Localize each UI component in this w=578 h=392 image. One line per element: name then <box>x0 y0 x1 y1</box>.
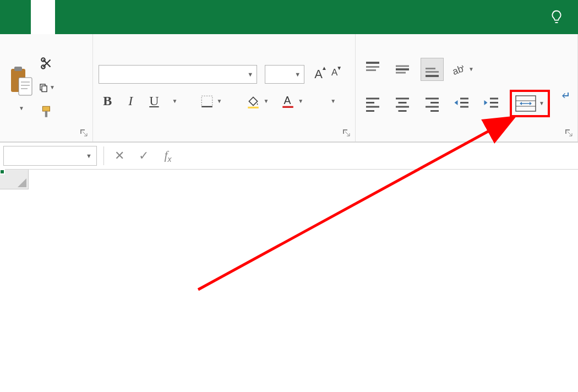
selection-fill-handle[interactable] <box>0 169 5 175</box>
merge-center-button[interactable]: ▼ <box>515 95 544 112</box>
ribbon-group-clipboard: ▼ ▼ <box>0 34 93 141</box>
name-box[interactable]: ▼ <box>3 146 97 166</box>
insert-function-button[interactable]: fx <box>156 144 180 168</box>
align-bottom-button[interactable] <box>421 58 444 81</box>
paste-dropdown[interactable]: ▼ <box>19 105 24 111</box>
copy-button[interactable]: ▼ <box>39 79 55 96</box>
formula-input[interactable] <box>180 143 578 169</box>
decrease-font-button[interactable]: A▼ <box>329 66 340 83</box>
svg-rect-17 <box>283 106 294 107</box>
font-size-combo[interactable]: ▼ <box>265 65 304 84</box>
borders-button[interactable]: ▼ <box>198 93 225 110</box>
orientation-button[interactable]: ab ▼ <box>450 62 474 77</box>
selection-outline <box>0 170 3 173</box>
formula-cancel-button[interactable]: ✕ <box>107 144 132 168</box>
svg-rect-13 <box>201 96 212 107</box>
bold-button[interactable]: B <box>99 92 116 110</box>
cut-button[interactable] <box>39 55 55 72</box>
formula-enter-button[interactable]: ✓ <box>132 144 156 168</box>
align-center-button[interactable] <box>391 92 414 115</box>
align-top-button[interactable] <box>361 58 384 81</box>
tab-formulas[interactable] <box>103 0 128 34</box>
svg-rect-15 <box>248 106 259 108</box>
chevron-down-icon: ▼ <box>295 71 301 78</box>
spreadsheet-grid <box>0 170 578 392</box>
italic-button[interactable]: I <box>124 92 137 110</box>
wrap-text-button[interactable] <box>558 77 572 98</box>
underline-button[interactable]: U <box>145 92 163 110</box>
tab-insert[interactable] <box>55 0 79 34</box>
align-middle-button[interactable] <box>391 58 414 81</box>
increase-font-button[interactable]: A▲ <box>312 66 325 83</box>
tab-review[interactable] <box>152 0 176 34</box>
tab-file[interactable] <box>0 0 31 34</box>
tab-help[interactable] <box>200 0 225 34</box>
svg-text:ab: ab <box>451 63 465 77</box>
font-group-label <box>99 135 350 138</box>
clipboard-group-label <box>6 135 87 138</box>
svg-rect-11 <box>42 106 50 111</box>
svg-rect-10 <box>42 85 47 91</box>
formula-bar: ▼ ✕ ✓ fx <box>0 142 578 170</box>
paste-button[interactable] <box>6 63 36 99</box>
tab-view[interactable] <box>176 0 200 34</box>
decrease-indent-button[interactable] <box>450 92 473 115</box>
alignment-group-label <box>361 135 572 138</box>
phonetic-guide-button[interactable]: ▼ <box>325 97 338 105</box>
chevron-down-icon[interactable]: ▼ <box>86 153 92 159</box>
svg-rect-3 <box>19 78 32 95</box>
svg-text:A: A <box>284 94 291 106</box>
clipboard-dialog-launcher[interactable] <box>79 128 88 137</box>
tab-page-layout[interactable] <box>79 0 103 34</box>
tab-data[interactable] <box>128 0 152 34</box>
font-name-combo[interactable]: ▼ <box>99 65 257 84</box>
increase-indent-button[interactable] <box>480 92 503 115</box>
font-color-button[interactable]: A ▼ <box>279 93 306 110</box>
separator <box>103 146 104 165</box>
ribbon-group-font: ▼ ▼ A▲ A▼ B I U ▼ <box>93 34 356 141</box>
merge-center-highlight: ▼ <box>510 90 550 117</box>
chevron-down-icon: ▼ <box>247 71 253 78</box>
fill-color-button[interactable]: ▼ <box>244 93 271 110</box>
tell-me-icon[interactable] <box>535 0 578 34</box>
underline-dropdown[interactable]: ▼ <box>172 98 178 104</box>
align-right-button[interactable] <box>421 92 444 115</box>
font-dialog-launcher[interactable] <box>342 128 351 137</box>
format-painter-button[interactable] <box>39 104 55 120</box>
alignment-dialog-launcher[interactable] <box>564 128 573 137</box>
svg-rect-12 <box>45 111 47 117</box>
ribbon-tabbar <box>0 0 578 34</box>
svg-rect-2 <box>14 67 22 71</box>
ribbon: ▼ ▼ <box>0 34 578 142</box>
ribbon-group-alignment: ab ▼ ▼ <box>356 34 578 141</box>
align-left-button[interactable] <box>361 92 384 115</box>
tab-home[interactable] <box>31 0 55 34</box>
